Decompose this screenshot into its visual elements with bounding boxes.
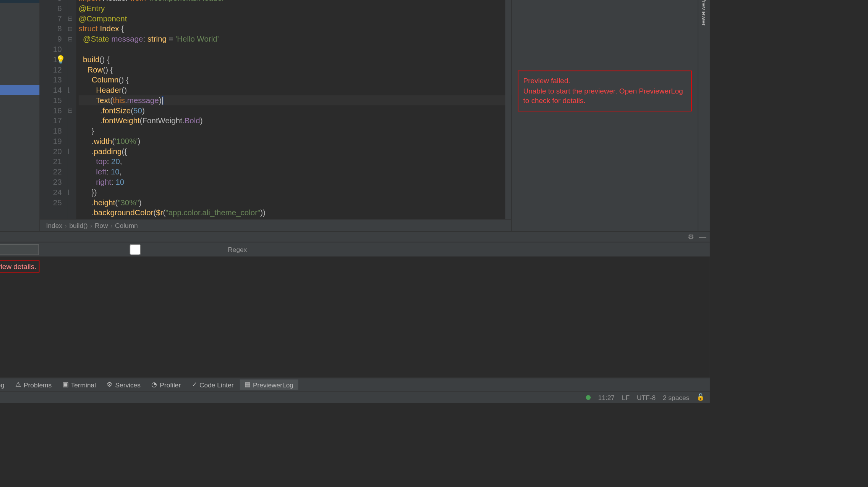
tree-item[interactable]: 📄hvigor-config.json5: [0, 177, 39, 187]
tree-item[interactable]: ▸📁common: [0, 44, 39, 54]
preview-viewport: Preview failed. Unable to start the prev…: [512, 0, 698, 231]
tree-item[interactable]: ▸📁oh_modules: [0, 197, 39, 208]
tree-item[interactable]: ▾📁pages: [0, 65, 39, 75]
log-search-input[interactable]: [0, 244, 39, 255]
tree-item[interactable]: ▸📁.preview: [0, 3, 39, 13]
tree-item[interactable]: 📄.gitignore: [0, 126, 39, 136]
tab-icon: ✓: [192, 381, 197, 388]
bottom-tab-log[interactable]: 📄 Log: [0, 379, 9, 390]
tree-item[interactable]: ▾▦entry: [0, 0, 39, 3]
log-error-message: Build task failed. Open the Run window t…: [0, 260, 39, 273]
bottom-tab-terminal[interactable]: ▣ Terminal: [58, 379, 101, 390]
bottom-tab-previewerlog[interactable]: ▤ PreviewerLog: [240, 379, 298, 390]
bottom-tab-problems[interactable]: ⚠ Problems: [10, 379, 56, 390]
bottom-tool-tabs: ⎇ Version Control▶ Run≡ TODO📄 Log⚠ Probl…: [0, 378, 710, 391]
file-encoding[interactable]: UTF-8: [637, 393, 656, 401]
right-tool-strip: Notifications Previewer: [698, 0, 710, 231]
tree-item[interactable]: ▸📁components: [0, 75, 39, 85]
tab-icon: ⚙: [107, 381, 113, 388]
tree-item[interactable]: 📄hvigor-wrapper.js: [0, 187, 39, 197]
previewer-log-panel: PreviewerLog ⚙ — Regex ↑ ↓ ↩ ⤓ ⎙ 🗑: [0, 231, 710, 377]
tab-icon: ◔: [151, 381, 157, 388]
preview-error-detail: Unable to start the previewer. Open Prev…: [523, 86, 687, 106]
hide-icon[interactable]: —: [699, 232, 706, 241]
fold-gutter[interactable]: ⊟⊟⊟⊟⌊⊟⌊⌊: [68, 0, 76, 219]
bottom-tab-code-linter[interactable]: ✓ Code Linter: [187, 379, 238, 390]
line-separator[interactable]: LF: [622, 393, 630, 401]
project-panel: ▦ Project ▾ ⊙ ⇅ ÷ ⚙ — ▾ ▦ alipay [AliPay…: [0, 0, 40, 231]
tree-item[interactable]: ▸📁ohosTest: [0, 116, 39, 126]
preview-error-box: Preview failed. Unable to start the prev…: [518, 70, 691, 111]
editor-body[interactable]: 1234567891011121314151617181920212223242…: [40, 0, 511, 219]
tree-item-selected[interactable]: 📄Index.ets: [0, 85, 39, 95]
project-tree[interactable]: ▾ ▦ alipay [AliPayLayout] D:\workspace\h…: [0, 0, 39, 231]
editor-breadcrumb[interactable]: Index › build() › Row › Column: [40, 219, 511, 231]
code-content[interactable]: ✓ 💡 import Header from './components/Hea…: [76, 0, 511, 219]
tree-item[interactable]: 📄module.json5: [0, 105, 39, 116]
line-numbers: 1234567891011121314151617181920212223242…: [40, 0, 68, 219]
regex-label: Regex: [228, 246, 247, 253]
editor-breadcrumb-item[interactable]: Column: [115, 222, 138, 229]
tree-item[interactable]: 📄.gitignore: [0, 208, 39, 218]
intention-bulb-icon[interactable]: 💡: [56, 54, 65, 65]
tree-item[interactable]: ▾📁main: [0, 24, 39, 34]
bottom-tab-profiler[interactable]: ◔ Profiler: [147, 379, 186, 390]
bottom-tab-services[interactable]: ⚙ Services: [102, 379, 146, 390]
previewer-panel: Previewer Tт ⟳ ⟲ ⇲ ⚙ — Preview failed. U…: [511, 0, 698, 231]
settings-icon[interactable]: ⚙: [688, 232, 694, 241]
tree-item[interactable]: ▾📁ets: [0, 34, 39, 44]
cursor-position[interactable]: 11:27: [598, 393, 615, 401]
tree-item[interactable]: ▾📁hvigor: [0, 167, 39, 177]
readonly-lock-icon[interactable]: 🔓: [696, 393, 705, 401]
status-indicator-dot[interactable]: [586, 395, 591, 400]
editor-breadcrumb-item[interactable]: Row: [95, 222, 108, 229]
log-content[interactable]: Build task failed. Open the Run window t…: [0, 257, 710, 378]
tab-icon: ▤: [245, 381, 251, 388]
log-header: PreviewerLog ⚙ —: [0, 232, 710, 242]
editor-breadcrumb-item[interactable]: build(): [69, 222, 87, 229]
tree-item[interactable]: 📄oh-package.json5: [0, 156, 39, 167]
status-bar: ☐ App Launch: Select a device first. (4 …: [0, 391, 710, 403]
tree-item[interactable]: 📄hvigorfile.ts: [0, 228, 39, 231]
regex-checkbox-input[interactable]: [45, 244, 225, 255]
editor-breadcrumb-item[interactable]: Index: [46, 222, 62, 229]
preview-error-title: Preview failed.: [523, 76, 687, 86]
editor-area: ▣ Index.ets ✕📄 hvigorw.bat ✕📄 hvigorw ✕📄…: [40, 0, 511, 231]
log-toolbar: Regex: [0, 242, 710, 257]
tree-item[interactable]: 📄build-profile.json5: [0, 136, 39, 146]
tree-item[interactable]: 📄build-profile.json5: [0, 218, 39, 228]
regex-checkbox[interactable]: Regex: [45, 244, 247, 255]
indent-info[interactable]: 2 spaces: [663, 393, 689, 401]
editor-scrollbar[interactable]: [505, 0, 511, 219]
tree-item[interactable]: ▸📁resources: [0, 95, 39, 105]
tab-icon: ▣: [63, 381, 69, 388]
tree-item[interactable]: 📄hvigorfile.ts: [0, 146, 39, 156]
tree-item[interactable]: ▾📁src: [0, 13, 39, 24]
tab-icon: ⚠: [15, 381, 21, 388]
right-tab-previewer[interactable]: Previewer: [699, 0, 709, 28]
tree-item[interactable]: ▸📁entryability: [0, 54, 39, 65]
